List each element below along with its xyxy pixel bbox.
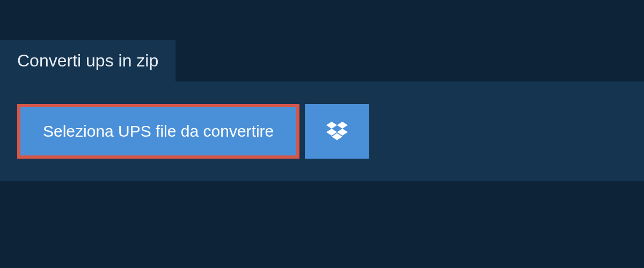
content-panel: Seleziona UPS file da convertire [0,81,644,181]
tab-convert[interactable]: Converti ups in zip [0,40,175,81]
dropbox-button[interactable] [305,104,369,159]
button-row: Seleziona UPS file da convertire [17,104,627,159]
dropbox-icon [326,122,348,141]
select-file-button[interactable]: Seleziona UPS file da convertire [17,104,299,159]
